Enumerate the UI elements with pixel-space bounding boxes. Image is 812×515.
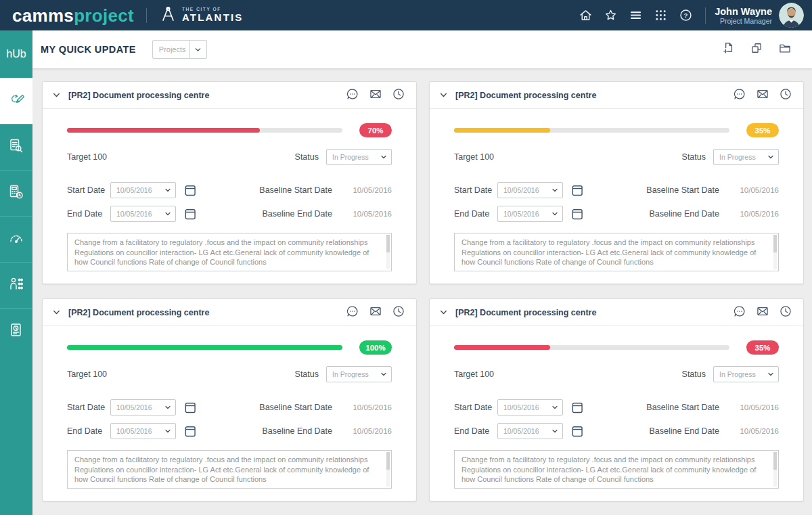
description-textarea[interactable]: Change from a facilitatory to regulatory…	[454, 450, 779, 489]
help-icon[interactable]: ?	[673, 8, 698, 22]
folder-icon[interactable]	[778, 41, 792, 58]
sidebar-item-people-hierarchy[interactable]	[0, 262, 32, 308]
mail-icon[interactable]	[756, 87, 769, 104]
collapse-chevron-icon[interactable]	[52, 308, 61, 317]
comment-icon[interactable]	[733, 87, 746, 104]
atlantis-logo-text: THE CITY OF ATLANTIS	[182, 7, 244, 23]
status-label: Status	[682, 152, 706, 162]
description-textarea[interactable]: Change from a facilitatory to regulatory…	[454, 233, 779, 271]
user-menu[interactable]: John Wayne Project Manager	[715, 6, 772, 25]
sidebar-item-document-review[interactable]	[0, 124, 32, 170]
target-label: Target 100	[67, 152, 107, 162]
calendar-icon[interactable]	[570, 183, 584, 197]
calendar-icon[interactable]	[570, 207, 584, 221]
progress-badge: 70%	[359, 123, 392, 137]
description-textarea[interactable]: Change from a facilitatory to regulatory…	[67, 233, 392, 271]
status-select[interactable]: In Progress	[713, 149, 779, 165]
progress-row: 35%	[454, 123, 779, 137]
scrollbar-thumb[interactable]	[386, 235, 390, 252]
hub-logo[interactable]: hUb	[0, 30, 32, 78]
status-select[interactable]: In Progress	[326, 366, 392, 382]
card-header-icons	[346, 87, 405, 104]
refresh-pencil-icon	[7, 91, 25, 111]
apps-grid-icon[interactable]	[648, 8, 673, 22]
topbar: cammsproject THE CITY OF ATLANTIS ? John…	[0, 0, 812, 30]
sidebar-item-report-history[interactable]	[0, 308, 32, 354]
home-icon[interactable]	[573, 8, 598, 22]
calendar-icon[interactable]	[183, 424, 197, 438]
calendar-icon[interactable]	[570, 401, 584, 414]
clock-icon[interactable]	[392, 305, 405, 321]
baseline-end-value: 10/05/2016	[730, 427, 779, 435]
end-date-value: 10/05/2016	[111, 427, 160, 435]
comment-icon[interactable]	[733, 305, 746, 321]
brand-logo[interactable]: cammsproject	[12, 7, 134, 24]
scrollbar[interactable]	[773, 235, 777, 269]
star-icon[interactable]	[598, 8, 623, 22]
sidebar-item-calculator-schedule[interactable]	[0, 170, 32, 216]
page-title: MY QUICK UPDATE	[41, 44, 136, 55]
content-area: [PR2] Document processing centre 70%	[32, 68, 812, 515]
avatar[interactable]	[779, 3, 804, 28]
menu-icon[interactable]	[623, 8, 648, 22]
calendar-icon[interactable]	[570, 424, 584, 438]
status-select[interactable]: In Progress	[326, 149, 392, 165]
description-textarea[interactable]: Change from a facilitatory to regulatory…	[67, 450, 392, 489]
start-date-select[interactable]: 10/05/2016	[497, 399, 563, 416]
copy-icon[interactable]	[750, 41, 763, 58]
end-date-select[interactable]: 10/05/2016	[110, 423, 176, 439]
baseline-start-value: 10/05/2016	[730, 186, 779, 194]
export-document-icon[interactable]	[721, 41, 735, 58]
start-date-label: Start Date	[67, 403, 110, 412]
baseline-start-label: Baseline Start Date	[259, 185, 332, 195]
sidebar-item-quick-update[interactable]	[0, 78, 32, 124]
brand-secondary: project	[74, 5, 134, 26]
mail-icon[interactable]	[369, 87, 382, 104]
scrollbar[interactable]	[386, 235, 390, 269]
end-date-select[interactable]: 10/05/2016	[497, 423, 563, 439]
start-date-select[interactable]: 10/05/2016	[110, 182, 176, 198]
calendar-icon[interactable]	[183, 401, 197, 414]
card-body: 100% Target 100 Status In Progress Start…	[43, 326, 416, 489]
clock-icon[interactable]	[779, 87, 792, 104]
start-date-select[interactable]: 10/05/2016	[110, 399, 176, 416]
progress-badge: 35%	[746, 123, 779, 137]
card-header: [PR2] Document processing centre	[430, 82, 803, 109]
sidebar-item-performance-gauge[interactable]	[0, 216, 32, 262]
end-date-select[interactable]: 10/05/2016	[497, 206, 563, 222]
progress-row: 70%	[67, 123, 392, 137]
scrollbar-thumb[interactable]	[773, 452, 777, 470]
collapse-chevron-icon[interactable]	[52, 91, 61, 99]
comment-icon[interactable]	[346, 305, 359, 321]
card-body: 35% Target 100 Status In Progress Start …	[430, 109, 803, 271]
end-date-row: End Date 10/05/2016 Baseline End Date 10…	[454, 205, 779, 222]
dates-section: Start Date 10/05/2016 Baseline Start Dat…	[454, 399, 779, 439]
gauge-icon	[7, 229, 25, 250]
progress-fill	[67, 128, 260, 133]
end-date-select[interactable]: 10/05/2016	[110, 206, 176, 222]
clock-icon[interactable]	[392, 87, 405, 104]
calendar-icon[interactable]	[183, 207, 197, 221]
scrollbar[interactable]	[386, 452, 390, 487]
end-date-label: End Date	[67, 209, 110, 219]
scrollbar-thumb[interactable]	[386, 452, 390, 470]
scrollbar-thumb[interactable]	[773, 235, 777, 252]
mail-icon[interactable]	[369, 305, 382, 321]
start-date-value: 10/05/2016	[498, 186, 547, 194]
card-title: [PR2] Document processing centre	[455, 91, 596, 100]
comment-icon[interactable]	[346, 87, 359, 104]
collapse-chevron-icon[interactable]	[439, 91, 448, 99]
projects-filter-select[interactable]: Projects	[152, 40, 207, 59]
user-role: Project Manager	[715, 17, 772, 25]
clock-icon[interactable]	[779, 305, 792, 321]
start-date-select[interactable]: 10/05/2016	[497, 182, 563, 198]
collapse-chevron-icon[interactable]	[439, 308, 448, 317]
status-select[interactable]: In Progress	[713, 366, 779, 382]
progress-row: 100%	[67, 340, 392, 355]
calendar-icon[interactable]	[183, 183, 197, 197]
status-value: In Progress	[327, 153, 376, 161]
chevron-down-icon	[376, 153, 391, 161]
mail-icon[interactable]	[756, 305, 769, 321]
chevron-down-icon	[547, 186, 562, 194]
scrollbar[interactable]	[773, 452, 777, 487]
